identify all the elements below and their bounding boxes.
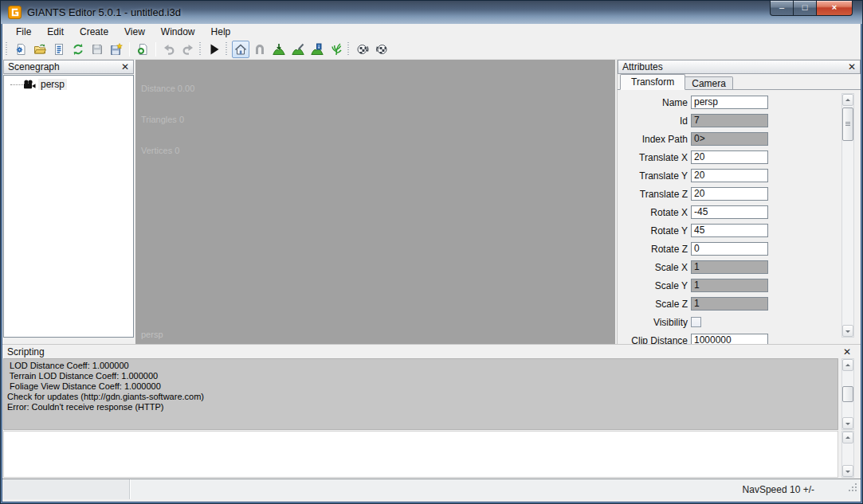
titlebar[interactable]: GIANTS Editor 5.0.1 - untitled.i3d – □ × — [1, 1, 862, 24]
attributes-close-icon[interactable]: ✕ — [848, 62, 856, 72]
camera-icon — [23, 80, 36, 89]
tab-transform[interactable]: Transform — [620, 74, 685, 90]
attribute-row-scale-x: Scale X1 — [618, 258, 833, 276]
scroll-track — [842, 443, 853, 465]
statusbar: NavSpeed 10 +/- — [2, 479, 861, 499]
attr-field-rotate-z[interactable]: 0 — [691, 242, 768, 256]
attributes-tabs: Transform Camera — [618, 74, 861, 90]
log-line: Terrain LOD Distance Coeff: 1.000000 — [7, 371, 834, 381]
scroll-down-icon[interactable] — [842, 465, 853, 477]
attribute-row-clip-distance: Clip Distance1000000 — [618, 331, 833, 344]
log-line: Check for updates (http://gdn.giants-sof… — [7, 392, 834, 402]
open-log-button[interactable] — [50, 41, 68, 58]
attr-field-rotate-y[interactable]: 45 — [691, 224, 768, 237]
scroll-track — [842, 106, 853, 325]
toolbar-grip[interactable] — [5, 42, 9, 57]
scroll-up-icon[interactable] — [842, 432, 853, 443]
scroll-down-icon[interactable] — [842, 417, 853, 429]
statusbar-right-cell: NavSpeed 10 +/- — [130, 479, 861, 499]
attr-label-name: Name — [618, 97, 688, 108]
menu-item-create[interactable]: Create — [72, 25, 116, 39]
viewport-camera-label: persp — [141, 330, 163, 339]
attributes-scrollbar[interactable] — [841, 93, 854, 338]
minimize-button[interactable]: – — [770, 1, 794, 16]
tab-camera[interactable]: Camera — [685, 76, 733, 90]
scripting-input-scrollbar[interactable] — [841, 431, 854, 478]
terrain-info-layer-button[interactable] — [308, 41, 326, 58]
toolbar — [2, 40, 861, 60]
menubar: FileEditCreateViewWindowHelp — [2, 24, 861, 40]
terrain-detail-button[interactable] — [289, 41, 307, 58]
import-button[interactable] — [134, 41, 151, 58]
toolbar-grip[interactable] — [225, 42, 229, 57]
attr-field-clip-distance[interactable]: 1000000 — [691, 334, 768, 344]
attr-label-clip-distance: Clip Distance — [618, 335, 688, 345]
reload-scene-button[interactable] — [69, 41, 87, 58]
menu-item-window[interactable]: Window — [153, 25, 203, 39]
attr-label-rotate-z: Rotate Z — [618, 244, 688, 255]
reload-textures-icon — [356, 43, 369, 56]
menu-item-edit[interactable]: Edit — [39, 25, 72, 39]
resize-grip-icon[interactable] — [849, 481, 857, 495]
tree-item-persp[interactable]: persp — [6, 78, 131, 91]
log-line: Foliage View Distance Coeff: 1.000000 — [7, 381, 834, 392]
home-icon — [234, 43, 247, 56]
refresh-icon — [72, 43, 84, 56]
scripting-input[interactable] — [3, 431, 838, 478]
scroll-thumb[interactable] — [842, 386, 853, 402]
new-scene-button[interactable] — [12, 41, 29, 58]
navspeed-label: NavSpeed 10 +/- — [743, 484, 814, 495]
scroll-thumb[interactable] — [842, 107, 853, 141]
open-folder-icon — [33, 43, 46, 56]
terrain-detail-icon — [292, 43, 304, 56]
close-button[interactable]: × — [817, 1, 853, 16]
toolbar-grip[interactable] — [198, 42, 202, 57]
play-button[interactable] — [206, 41, 223, 58]
log-list-icon — [53, 43, 65, 56]
attr-field-translate-z[interactable]: 20 — [691, 187, 768, 201]
save-icon — [91, 43, 104, 56]
attr-label-scale-y: Scale Y — [618, 280, 688, 291]
attribute-row-rotate-x: Rotate X-45 — [618, 203, 833, 221]
scroll-up-icon[interactable] — [842, 94, 853, 106]
stat-triangles: Triangles 0 — [141, 115, 194, 125]
reload-shaders-button[interactable] — [373, 41, 390, 58]
attribute-row-translate-x: Translate X20 — [618, 148, 833, 166]
scripting-close-icon[interactable]: ✕ — [843, 347, 851, 357]
scripting-log-scrollbar[interactable] — [841, 358, 854, 430]
attr-field-translate-y[interactable]: 20 — [691, 169, 768, 182]
tree-item-label: persp — [38, 79, 67, 90]
attr-field-translate-x[interactable]: 20 — [691, 150, 768, 164]
foliage-button[interactable] — [328, 41, 345, 58]
menu-item-file[interactable]: File — [8, 25, 39, 39]
attr-field-rotate-x[interactable]: -45 — [691, 205, 768, 219]
save-as-button[interactable] — [108, 41, 125, 58]
redo-icon — [182, 43, 194, 56]
attribute-row-rotate-z: Rotate Z0 — [618, 240, 833, 258]
save-button — [88, 41, 106, 58]
attr-field-name[interactable]: persp — [691, 96, 768, 109]
scenegraph-tree[interactable]: persp — [3, 75, 134, 338]
toolbar-grip[interactable] — [347, 42, 351, 57]
open-file-button[interactable] — [31, 41, 49, 58]
visibility-checkbox[interactable] — [691, 317, 701, 327]
attribute-row-visibility: Visibility — [618, 313, 833, 331]
terrain-sculpt-button[interactable] — [270, 41, 288, 58]
scroll-up-icon[interactable] — [842, 359, 853, 371]
menu-item-help[interactable]: Help — [203, 25, 239, 39]
stat-vertices: Vertices 0 — [141, 146, 194, 156]
viewport-3d[interactable]: Distance 0.00 Triangles 0 Vertices 0 per… — [135, 60, 615, 344]
scripting-log[interactable]: LOD Distance Coeff: 1.000000 Terrain LOD… — [3, 358, 838, 430]
maximize-button[interactable]: □ — [794, 1, 817, 16]
menu-item-view[interactable]: View — [116, 25, 153, 39]
scroll-down-icon[interactable] — [842, 325, 853, 337]
attr-field-scale-z: 1 — [691, 297, 768, 311]
reload-textures-button[interactable] — [354, 41, 371, 58]
log-line: LOD Distance Coeff: 1.000000 — [7, 361, 834, 371]
scenegraph-close-icon[interactable]: ✕ — [121, 62, 129, 72]
giants-editor-window: GIANTS Editor 5.0.1 - untitled.i3d – □ ×… — [0, 0, 863, 504]
scripting-title: Scripting — [7, 346, 45, 357]
attr-field-scale-x: 1 — [691, 260, 768, 274]
frame-all-button[interactable] — [232, 41, 249, 58]
import-file-icon — [136, 43, 149, 56]
